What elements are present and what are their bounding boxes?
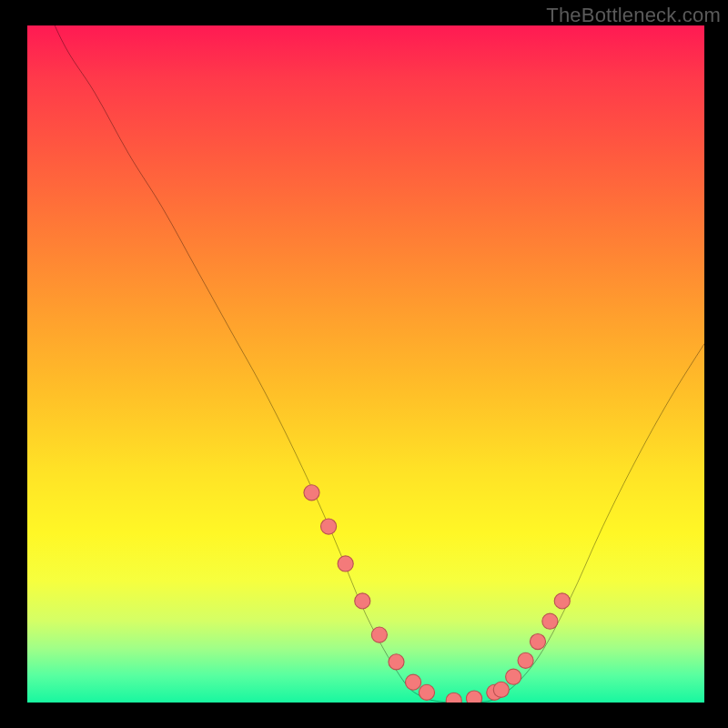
highlight-dot — [321, 519, 337, 534]
highlight-dot — [304, 485, 319, 500]
highlight-dot — [506, 669, 521, 684]
highlight-dots-group — [304, 485, 570, 703]
highlight-dot — [466, 691, 481, 703]
highlight-dots-layer — [27, 25, 704, 703]
highlight-dot — [554, 593, 570, 609]
watermark-text: TheBottleneck.com — [546, 4, 721, 27]
highlight-dot — [446, 693, 461, 703]
highlight-dot — [419, 684, 434, 700]
highlight-dot — [389, 654, 404, 670]
highlight-dot — [338, 556, 353, 571]
highlight-dot — [518, 652, 533, 668]
highlight-dot — [371, 627, 387, 642]
highlight-dot — [406, 674, 421, 690]
highlight-dot — [542, 613, 558, 629]
highlight-dot — [530, 633, 545, 649]
chart-frame: TheBottleneck.com — [0, 0, 728, 728]
highlight-dot — [355, 593, 370, 609]
highlight-dot — [493, 682, 509, 697]
